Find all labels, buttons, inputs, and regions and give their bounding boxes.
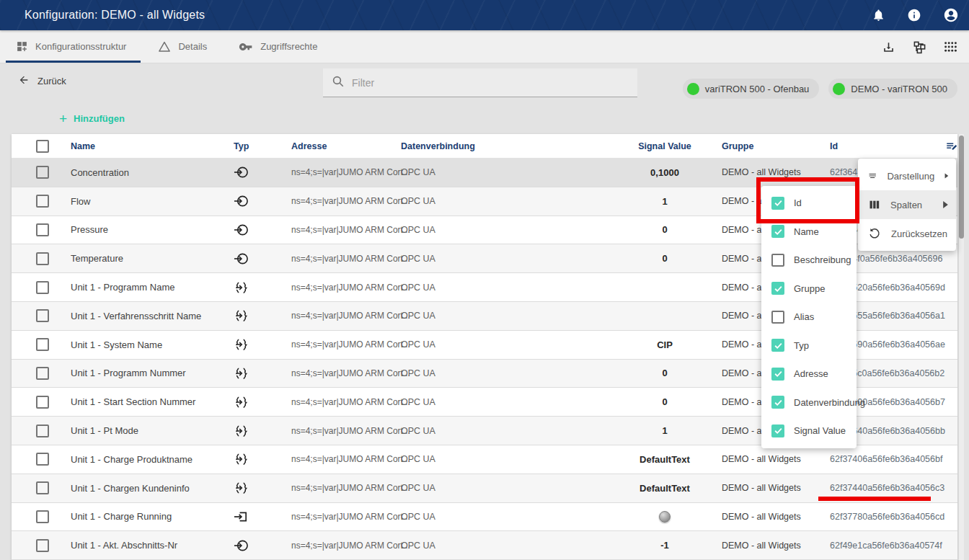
column-toggle-signal-value[interactable]: Signal Value bbox=[761, 417, 857, 445]
cell-signal-value: -1 bbox=[621, 531, 708, 559]
dashboard-customize-icon bbox=[16, 40, 28, 53]
checkbox-unchecked[interactable] bbox=[771, 254, 784, 267]
apps-grid-icon[interactable] bbox=[944, 41, 957, 53]
menu-item-darstellung[interactable]: Darstellung bbox=[858, 161, 956, 190]
cell-name: Unit 1 - Charge Running bbox=[71, 503, 172, 531]
checkbox-unchecked[interactable] bbox=[771, 311, 784, 324]
cell-datenverbindung: OPC UA bbox=[401, 388, 435, 416]
row-checkbox[interactable] bbox=[36, 195, 49, 208]
row-checkbox-wrap bbox=[36, 302, 49, 330]
column-header-adresse[interactable]: Adresse bbox=[291, 134, 327, 159]
cell-id: 62f37780a56fe6b36a4056cd bbox=[830, 503, 944, 531]
cell-typ bbox=[234, 216, 249, 244]
cell-gruppe: DEMO - all Widgets bbox=[722, 503, 801, 531]
status-chip[interactable]: variTRON 500 - Ofenbau bbox=[683, 79, 820, 99]
row-checkbox[interactable] bbox=[36, 396, 49, 409]
edit-columns-button[interactable] bbox=[944, 134, 957, 159]
schema-icon[interactable] bbox=[913, 40, 926, 54]
chip-label: DEMO - variTRON 500 bbox=[851, 84, 947, 94]
cell-id: 62f37440a56fe6b36a4056c3 bbox=[830, 474, 944, 502]
table-row[interactable]: Concentrationns=4;s=|var|JUMO ARM Cort..… bbox=[12, 159, 957, 187]
menu-item-zurücksetzen[interactable]: Zurücksetzen bbox=[858, 219, 956, 248]
download-icon[interactable] bbox=[882, 40, 895, 54]
row-checkbox[interactable] bbox=[36, 425, 49, 437]
tab-details[interactable]: Details bbox=[142, 30, 223, 63]
cell-typ bbox=[234, 531, 249, 559]
cell-id: 62f37406a56fe6b36a4056bf bbox=[830, 445, 942, 474]
checkbox-checked[interactable] bbox=[771, 425, 784, 437]
column-toggle-label: Signal Value bbox=[794, 425, 846, 436]
row-checkbox[interactable] bbox=[36, 252, 49, 265]
checkbox-checked[interactable] bbox=[771, 368, 784, 381]
select-all-checkbox[interactable] bbox=[36, 140, 49, 153]
column-header-typ[interactable]: Typ bbox=[234, 134, 249, 159]
column-header-signal-value[interactable]: Signal Value bbox=[621, 134, 708, 159]
row-checkbox[interactable] bbox=[36, 539, 49, 552]
checkbox-checked[interactable] bbox=[771, 396, 784, 409]
row-checkbox[interactable] bbox=[36, 223, 49, 236]
cell-typ bbox=[234, 187, 249, 215]
column-toggle-beschreibung[interactable]: Beschreibung bbox=[761, 246, 857, 275]
table-row[interactable]: Unit 1 - Akt. Abschnitts-Nrns=4;s=|var|J… bbox=[12, 531, 957, 560]
cell-name: Unit 1 - Chargen Kundeninfo bbox=[71, 474, 190, 502]
back-button[interactable]: Zurück bbox=[17, 74, 66, 88]
appbar-actions bbox=[872, 0, 959, 30]
cell-name: Pressure bbox=[71, 216, 108, 244]
account-icon[interactable] bbox=[943, 7, 959, 23]
column-toggle-gruppe[interactable]: Gruppe bbox=[761, 275, 857, 303]
row-checkbox[interactable] bbox=[36, 453, 49, 466]
column-toggle-adresse[interactable]: Adresse bbox=[761, 360, 857, 388]
info-icon[interactable] bbox=[907, 8, 921, 22]
column-toggle-alias[interactable]: Alias bbox=[761, 303, 857, 332]
cell-adresse: ns=4;s=|var|JUMO ARM Cort... bbox=[291, 273, 410, 301]
checkbox-checked[interactable] bbox=[771, 225, 784, 238]
column-toggle-datenverbindung[interactable]: Datenverbindung bbox=[761, 388, 857, 417]
row-checkbox[interactable] bbox=[36, 309, 49, 322]
column-header-gruppe[interactable]: Gruppe bbox=[722, 134, 753, 159]
tabs: KonfigurationsstrukturDetailsZugriffsrec… bbox=[0, 30, 969, 63]
column-header-datenverbindung[interactable]: Datenverbindung bbox=[401, 134, 475, 159]
column-toggle-name[interactable]: Name bbox=[761, 218, 857, 246]
row-checkbox-wrap bbox=[36, 244, 49, 272]
table-row[interactable]: Unit 1 - Charge Runningns=4;s=|var|JUMO … bbox=[12, 503, 957, 532]
cell-typ bbox=[234, 417, 248, 445]
column-toggle-typ[interactable]: Typ bbox=[761, 332, 857, 360]
column-toggle-label: Id bbox=[794, 197, 802, 208]
row-checkbox[interactable] bbox=[36, 338, 49, 351]
filter-field[interactable] bbox=[323, 68, 637, 97]
analog-input-icon bbox=[234, 223, 249, 237]
table-row[interactable]: Unit 1 - Chargen Kundeninfons=4;s=|var|J… bbox=[12, 474, 957, 503]
check-icon bbox=[774, 426, 783, 435]
chevron-right-icon bbox=[944, 172, 949, 179]
bell-icon[interactable] bbox=[872, 8, 885, 22]
tab-zugriffsrechte[interactable]: Zugriffsrechte bbox=[223, 30, 333, 63]
checkbox-checked[interactable] bbox=[771, 197, 784, 210]
table-row[interactable]: Unit 1 - Charge Produktnamens=4;s=|var|J… bbox=[12, 445, 957, 474]
checkbox-checked[interactable] bbox=[771, 282, 784, 295]
row-checkbox[interactable] bbox=[36, 510, 49, 523]
column-toggle-id[interactable]: Id bbox=[761, 189, 857, 218]
tab-konfigurationsstruktur[interactable]: Konfigurationsstruktur bbox=[0, 30, 142, 63]
cell-name: Unit 1 - Programm Name bbox=[71, 273, 174, 301]
status-chip[interactable]: DEMO - variTRON 500 bbox=[828, 79, 957, 99]
row-checkbox[interactable] bbox=[36, 166, 49, 179]
cell-datenverbindung: OPC UA bbox=[401, 216, 435, 244]
row-checkbox[interactable] bbox=[36, 281, 49, 294]
analog-input-icon bbox=[234, 194, 249, 208]
cell-signal-value: 0 bbox=[621, 244, 708, 272]
cell-datenverbindung: OPC UA bbox=[401, 244, 435, 272]
row-checkbox[interactable] bbox=[36, 481, 49, 494]
menu-item-spalten[interactable]: Spalten bbox=[858, 190, 956, 219]
add-button[interactable]: + Hinzufügen bbox=[59, 113, 125, 124]
cell-gruppe: DEMO - all Widgets bbox=[722, 531, 801, 559]
filter-input[interactable] bbox=[352, 77, 629, 89]
column-header-name[interactable]: Name bbox=[71, 134, 95, 159]
back-arrow-icon bbox=[17, 74, 30, 86]
columns-icon bbox=[868, 199, 880, 210]
column-header-id[interactable]: Id bbox=[830, 134, 838, 159]
key-icon bbox=[239, 40, 253, 54]
row-checkbox[interactable] bbox=[36, 367, 49, 380]
checkbox-checked[interactable] bbox=[771, 339, 784, 352]
scrollbar-thumb[interactable] bbox=[959, 135, 964, 239]
key-icon bbox=[239, 40, 253, 54]
